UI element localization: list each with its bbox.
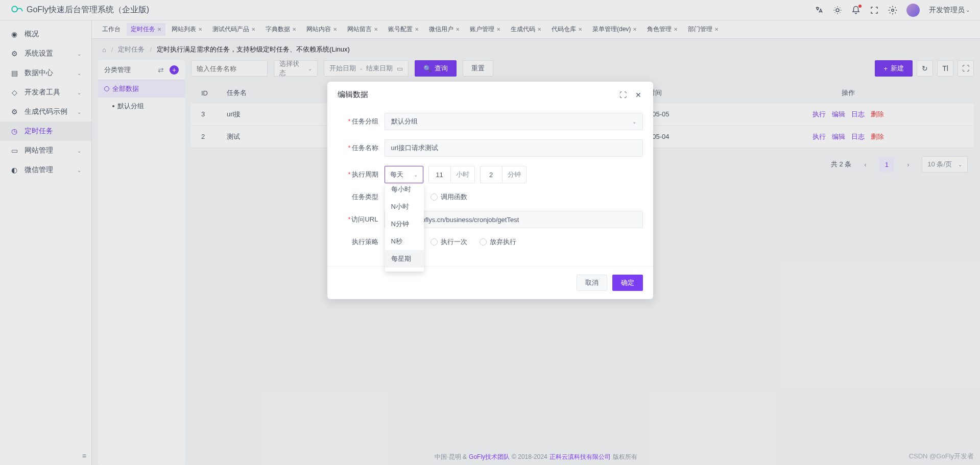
strategy-radio-once[interactable]: 执行一次 xyxy=(431,237,467,247)
minute-input[interactable] xyxy=(481,171,502,179)
edit-modal: 编辑数据 ⛶ ✕ *任务分组 默认分组⌄ *任务名称 url接口请求测试 *执行… xyxy=(327,82,653,299)
hour-input[interactable] xyxy=(429,171,450,179)
dropdown-option[interactable]: N秒 xyxy=(385,233,424,250)
confirm-button[interactable]: 确定 xyxy=(612,275,643,291)
strategy-radio-skip[interactable]: 放弃执行 xyxy=(480,237,516,247)
period-type-select[interactable]: 每天⌄ 每小时N小时N分钟N秒每星期每月 xyxy=(385,166,423,183)
page-footer: 中国·昆明 & GoFly技术团队 © 2018-2024 正科云滇科技有限公司… xyxy=(92,449,980,465)
modal-overlay: 编辑数据 ⛶ ✕ *任务分组 默认分组⌄ *任务名称 url接口请求测试 *执行… xyxy=(0,0,980,465)
dropdown-option[interactable]: N分钟 xyxy=(385,215,424,233)
footer-link-company[interactable]: 正科云滇科技有限公司 xyxy=(549,453,611,461)
dropdown-option[interactable]: 每小时 xyxy=(385,185,424,198)
period-dropdown: 每小时N小时N分钟N秒每星期每月 xyxy=(385,185,424,272)
dropdown-option[interactable]: 每星期 xyxy=(385,250,424,267)
modal-fullscreen-icon[interactable]: ⛶ xyxy=(618,90,628,100)
dropdown-option[interactable]: N小时 xyxy=(385,198,424,215)
cancel-button[interactable]: 取消 xyxy=(577,275,607,291)
task-name-field[interactable]: url接口请求测试 xyxy=(385,139,643,157)
footer-link-team[interactable]: GoFly技术团队 xyxy=(469,453,510,461)
type-radio-func[interactable]: 调用函数 xyxy=(431,192,467,202)
group-select[interactable]: 默认分组⌄ xyxy=(385,113,643,130)
watermark: CSDN @GoFly开发者 xyxy=(909,452,974,461)
modal-close-icon[interactable]: ✕ xyxy=(634,90,643,100)
dropdown-option[interactable]: 每月 xyxy=(385,267,424,272)
modal-title: 编辑数据 xyxy=(338,90,618,100)
